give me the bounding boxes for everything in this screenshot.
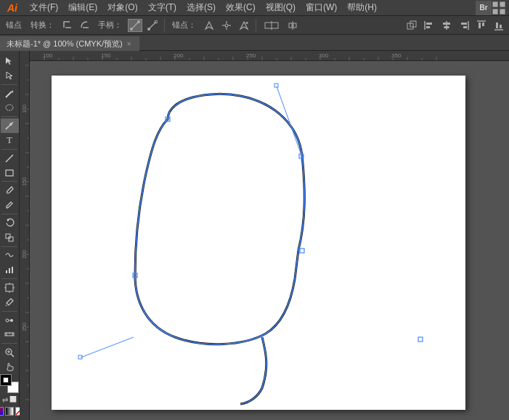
svg-marker-42: [12, 90, 13, 93]
svg-rect-31: [444, 26, 449, 28]
svg-rect-0: [492, 1, 497, 7]
menu-help[interactable]: 帮助(H): [342, 0, 382, 15]
svg-rect-40: [500, 25, 502, 28]
align-center-icon[interactable]: [439, 19, 454, 32]
svg-rect-2: [492, 9, 497, 14]
svg-rect-28: [426, 26, 430, 28]
svg-rect-46: [6, 170, 13, 176]
tool-separator-4: [1, 181, 17, 182]
anchor-tool-icon[interactable]: [202, 19, 216, 32]
tool-text[interactable]: T: [1, 133, 19, 148]
align-left-icon[interactable]: [422, 19, 436, 32]
app-logo: Ai: [3, 0, 22, 16]
svg-rect-34: [463, 26, 467, 28]
distribute-icon[interactable]: [285, 19, 300, 32]
tool-pencil[interactable]: [1, 198, 19, 212]
swap-colors-icon[interactable]: ⇄: [2, 396, 8, 404]
tool-selection[interactable]: [1, 54, 19, 68]
handle-icon-selected[interactable]: [128, 19, 142, 32]
tab-bar: 未标题-1* @ 100% (CMYK/预览) ×: [0, 35, 509, 51]
tool-artboard[interactable]: [1, 280, 19, 295]
svg-rect-53: [12, 267, 13, 273]
svg-rect-37: [482, 23, 484, 26]
menu-edit[interactable]: 编辑(E): [63, 0, 102, 15]
align-bottom-icon[interactable]: [492, 19, 506, 32]
tool-pen[interactable]: [1, 118, 19, 133]
foreground-color-swatch[interactable]: [0, 374, 12, 386]
add-anchor-icon[interactable]: [237, 19, 251, 32]
tool-eyedropper[interactable]: [1, 295, 19, 310]
tab-close-button[interactable]: ×: [127, 40, 131, 48]
tool-direct-selection[interactable]: [1, 68, 19, 83]
horizontal-ruler: 100 150 200 250 300 350: [30, 51, 509, 61]
svg-rect-50: [9, 237, 13, 241]
bridge-icon[interactable]: Br: [476, 1, 492, 15]
transform-corner-icon[interactable]: [60, 19, 75, 32]
canvas-area[interactable]: 100 150 200 250 300 350: [20, 51, 509, 420]
svg-text:250: 250: [22, 323, 27, 331]
convert-anchor-icon[interactable]: [219, 19, 234, 32]
tool-magic-wand[interactable]: [1, 86, 19, 101]
document-tab[interactable]: 未标题-1* @ 100% (CMYK/预览) ×: [0, 36, 139, 51]
tool-scale[interactable]: [1, 230, 19, 245]
svg-rect-39: [496, 23, 498, 28]
workspace-icon[interactable]: [492, 1, 506, 15]
align-top-icon[interactable]: [474, 19, 489, 32]
handle-icon-2[interactable]: [145, 19, 160, 32]
svg-text:200: 200: [22, 250, 27, 259]
svg-point-10: [147, 28, 150, 31]
transform-label: 转换：: [28, 20, 57, 31]
svg-point-12: [225, 24, 228, 27]
tool-graph[interactable]: [1, 262, 19, 277]
tool-warp[interactable]: [1, 248, 19, 262]
svg-line-59: [6, 305, 7, 306]
menu-file[interactable]: 文件(F): [25, 0, 63, 15]
tool-blend[interactable]: [1, 313, 19, 328]
handle-label: 手柄：: [95, 20, 125, 31]
svg-line-41: [6, 92, 12, 97]
menu-type[interactable]: 文字(T): [143, 0, 182, 15]
svg-text:100: 100: [43, 52, 53, 59]
color-icon[interactable]: [0, 407, 4, 416]
menu-select[interactable]: 选择(S): [182, 0, 221, 15]
tool-line[interactable]: [1, 151, 19, 166]
svg-rect-3: [500, 9, 505, 14]
sep1: [164, 19, 165, 32]
canvas-content[interactable]: [30, 61, 509, 420]
svg-point-8: [137, 20, 140, 23]
align-icon[interactable]: [261, 19, 282, 32]
sep2: [256, 19, 256, 32]
svg-rect-52: [9, 268, 10, 273]
tool-measure[interactable]: [1, 328, 19, 342]
tab-title: 未标题-1* @ 100% (CMYK/预览): [7, 39, 123, 49]
svg-rect-51: [6, 270, 7, 273]
tool-zoom[interactable]: [1, 345, 19, 360]
arrange-icon[interactable]: [404, 19, 419, 32]
default-colors-icon[interactable]: ⬜: [9, 396, 17, 404]
tool-separator-9: [1, 343, 17, 344]
svg-line-45: [6, 155, 13, 162]
menu-effect[interactable]: 效果(C): [221, 0, 261, 15]
gradient-icon[interactable]: [5, 407, 14, 416]
svg-rect-1: [500, 1, 505, 7]
tool-hand[interactable]: [1, 360, 19, 374]
svg-rect-22: [289, 23, 292, 28]
menu-object[interactable]: 对象(O): [102, 0, 142, 15]
transform-smooth-icon[interactable]: [78, 19, 92, 32]
svg-rect-54: [6, 284, 13, 291]
svg-rect-30: [443, 23, 450, 25]
menu-bar: Ai 文件(F) 编辑(E) 对象(O) 文字(T) 选择(S) 效果(C) 视…: [0, 0, 509, 16]
svg-point-43: [6, 105, 13, 110]
align-right-icon[interactable]: [457, 19, 471, 32]
menu-view[interactable]: 视图(Q): [261, 0, 301, 15]
tool-lasso[interactable]: [1, 100, 19, 115]
svg-line-68: [11, 354, 14, 357]
svg-text:100: 100: [22, 105, 27, 113]
anchor-pt-label: 锚点：: [169, 20, 199, 31]
menu-window[interactable]: 窗口(W): [301, 0, 342, 15]
tool-rectangle[interactable]: [1, 166, 19, 180]
fg-bg-colors[interactable]: [0, 374, 19, 393]
tool-rotate[interactable]: [1, 216, 19, 230]
svg-text:150: 150: [101, 52, 111, 59]
tool-paintbrush[interactable]: [1, 183, 19, 198]
